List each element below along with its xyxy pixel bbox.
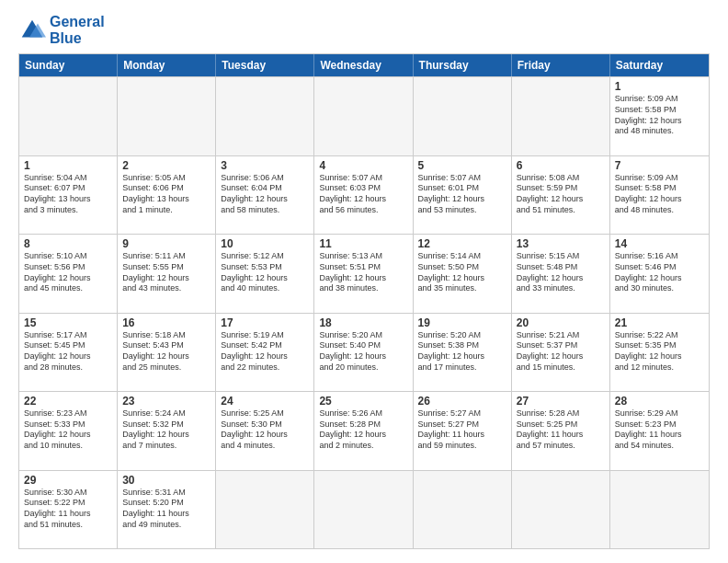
calendar-cell: 8Sunrise: 5:10 AM Sunset: 5:56 PM Daylig… (19, 235, 118, 312)
calendar-cell (512, 77, 610, 155)
logo-text: General Blue (50, 14, 105, 46)
calendar-cell: 24Sunrise: 5:25 AM Sunset: 5:30 PM Dayli… (216, 392, 314, 469)
logo-icon (18, 17, 46, 44)
day-number: 26 (418, 395, 506, 408)
calendar-cell: 6Sunrise: 5:08 AM Sunset: 5:59 PM Daylig… (512, 156, 610, 234)
day-number: 25 (319, 395, 407, 408)
day-number: 21 (615, 316, 704, 329)
calendar-row: 15Sunrise: 5:17 AM Sunset: 5:45 PM Dayli… (19, 313, 709, 391)
calendar-cell: 7Sunrise: 5:09 AM Sunset: 5:58 PM Daylig… (610, 156, 709, 234)
day-number: 14 (615, 237, 704, 250)
calendar-cell: 15Sunrise: 5:17 AM Sunset: 5:45 PM Dayli… (19, 314, 118, 391)
day-number: 30 (122, 474, 210, 487)
day-number: 29 (24, 474, 112, 487)
calendar-cell (610, 471, 709, 548)
calendar-cell (19, 77, 118, 155)
day-number: 19 (418, 316, 506, 329)
day-number: 27 (517, 395, 605, 408)
cell-info: Sunrise: 5:12 AM Sunset: 5:53 PM Dayligh… (221, 251, 309, 294)
cell-info: Sunrise: 5:27 AM Sunset: 5:27 PM Dayligh… (418, 408, 506, 452)
calendar-cell (314, 77, 413, 155)
cell-info: Sunrise: 5:15 AM Sunset: 5:48 PM Dayligh… (517, 251, 605, 294)
cell-info: Sunrise: 5:04 AM Sunset: 6:07 PM Dayligh… (24, 173, 112, 216)
calendar-cell: 1Sunrise: 5:04 AM Sunset: 6:07 PM Daylig… (19, 156, 118, 234)
cell-info: Sunrise: 5:13 AM Sunset: 5:51 PM Dayligh… (319, 251, 407, 294)
cell-info: Sunrise: 5:17 AM Sunset: 5:45 PM Dayligh… (24, 330, 112, 373)
cell-info: Sunrise: 5:08 AM Sunset: 5:59 PM Dayligh… (517, 173, 605, 216)
day-number: 24 (221, 395, 309, 408)
calendar-row: 1Sunrise: 5:04 AM Sunset: 6:07 PM Daylig… (19, 155, 709, 234)
calendar-cell (216, 77, 314, 155)
cell-info: Sunrise: 5:14 AM Sunset: 5:50 PM Dayligh… (418, 251, 506, 294)
cell-info: Sunrise: 5:22 AM Sunset: 5:35 PM Dayligh… (615, 330, 704, 373)
calendar-cell: 14Sunrise: 5:16 AM Sunset: 5:46 PM Dayli… (610, 235, 709, 312)
calendar-cell (414, 77, 512, 155)
cell-info: Sunrise: 5:11 AM Sunset: 5:55 PM Dayligh… (122, 251, 210, 294)
calendar-body: 1Sunrise: 5:09 AM Sunset: 5:58 PM Daylig… (19, 76, 709, 548)
calendar-cell (216, 471, 314, 548)
calendar-cell: 2Sunrise: 5:05 AM Sunset: 6:06 PM Daylig… (118, 156, 216, 234)
page: General Blue SundayMondayTuesdayWednesda… (0, 0, 728, 563)
calendar-cell: 20Sunrise: 5:21 AM Sunset: 5:37 PM Dayli… (512, 314, 610, 391)
weekday-header: Saturday (610, 54, 709, 76)
calendar-row: 29Sunrise: 5:30 AM Sunset: 5:22 PM Dayli… (19, 470, 709, 548)
calendar-cell: 9Sunrise: 5:11 AM Sunset: 5:55 PM Daylig… (118, 235, 216, 312)
calendar-cell: 10Sunrise: 5:12 AM Sunset: 5:53 PM Dayli… (216, 235, 314, 312)
calendar-row: 1Sunrise: 5:09 AM Sunset: 5:58 PM Daylig… (19, 76, 709, 155)
day-number: 9 (122, 237, 210, 250)
day-number: 13 (517, 237, 605, 250)
day-number: 28 (615, 395, 704, 408)
cell-info: Sunrise: 5:21 AM Sunset: 5:37 PM Dayligh… (517, 330, 605, 373)
calendar-cell: 27Sunrise: 5:28 AM Sunset: 5:25 PM Dayli… (512, 392, 610, 469)
calendar-cell: 11Sunrise: 5:13 AM Sunset: 5:51 PM Dayli… (314, 235, 413, 312)
day-number: 6 (517, 159, 605, 172)
cell-info: Sunrise: 5:05 AM Sunset: 6:06 PM Dayligh… (122, 173, 210, 216)
weekday-header: Sunday (19, 54, 118, 76)
calendar-cell (414, 471, 512, 548)
weekday-header: Monday (118, 54, 216, 76)
calendar-cell: 13Sunrise: 5:15 AM Sunset: 5:48 PM Dayli… (512, 235, 610, 312)
cell-info: Sunrise: 5:31 AM Sunset: 5:20 PM Dayligh… (122, 488, 210, 531)
cell-info: Sunrise: 5:18 AM Sunset: 5:43 PM Dayligh… (122, 330, 210, 373)
day-number: 11 (319, 237, 407, 250)
cell-info: Sunrise: 5:28 AM Sunset: 5:25 PM Dayligh… (517, 408, 605, 452)
cell-info: Sunrise: 5:20 AM Sunset: 5:40 PM Dayligh… (319, 330, 407, 373)
day-number: 3 (221, 159, 309, 172)
calendar-cell: 25Sunrise: 5:26 AM Sunset: 5:28 PM Dayli… (314, 392, 413, 469)
cell-info: Sunrise: 5:20 AM Sunset: 5:38 PM Dayligh… (418, 330, 506, 373)
calendar-cell: 22Sunrise: 5:23 AM Sunset: 5:33 PM Dayli… (19, 392, 118, 469)
day-number: 23 (122, 395, 210, 408)
cell-info: Sunrise: 5:26 AM Sunset: 5:28 PM Dayligh… (319, 408, 407, 452)
weekday-header: Thursday (414, 54, 512, 76)
calendar-cell: 29Sunrise: 5:30 AM Sunset: 5:22 PM Dayli… (19, 471, 118, 548)
logo: General Blue (18, 14, 105, 46)
calendar-cell: 21Sunrise: 5:22 AM Sunset: 5:35 PM Dayli… (610, 314, 709, 391)
calendar-cell: 23Sunrise: 5:24 AM Sunset: 5:32 PM Dayli… (118, 392, 216, 469)
calendar-header: SundayMondayTuesdayWednesdayThursdayFrid… (19, 54, 709, 76)
calendar-cell: 3Sunrise: 5:06 AM Sunset: 6:04 PM Daylig… (216, 156, 314, 234)
calendar-cell (118, 77, 216, 155)
day-number: 2 (122, 159, 210, 172)
calendar-cell: 5Sunrise: 5:07 AM Sunset: 6:01 PM Daylig… (414, 156, 512, 234)
cell-info: Sunrise: 5:30 AM Sunset: 5:22 PM Dayligh… (24, 488, 112, 531)
day-number: 1 (615, 80, 704, 93)
calendar-cell (512, 471, 610, 548)
cell-info: Sunrise: 5:06 AM Sunset: 6:04 PM Dayligh… (221, 173, 309, 216)
day-number: 15 (24, 316, 112, 329)
cell-info: Sunrise: 5:25 AM Sunset: 5:30 PM Dayligh… (221, 408, 309, 452)
calendar-row: 22Sunrise: 5:23 AM Sunset: 5:33 PM Dayli… (19, 391, 709, 469)
header: General Blue (18, 14, 710, 46)
day-number: 20 (517, 316, 605, 329)
day-number: 12 (418, 237, 506, 250)
calendar-cell: 17Sunrise: 5:19 AM Sunset: 5:42 PM Dayli… (216, 314, 314, 391)
day-number: 16 (122, 316, 210, 329)
cell-info: Sunrise: 5:19 AM Sunset: 5:42 PM Dayligh… (221, 330, 309, 373)
calendar-cell: 28Sunrise: 5:29 AM Sunset: 5:23 PM Dayli… (610, 392, 709, 469)
weekday-header: Tuesday (216, 54, 314, 76)
calendar-row: 8Sunrise: 5:10 AM Sunset: 5:56 PM Daylig… (19, 234, 709, 312)
cell-info: Sunrise: 5:07 AM Sunset: 6:03 PM Dayligh… (319, 173, 407, 216)
calendar-cell: 4Sunrise: 5:07 AM Sunset: 6:03 PM Daylig… (314, 156, 413, 234)
calendar-cell: 18Sunrise: 5:20 AM Sunset: 5:40 PM Dayli… (314, 314, 413, 391)
day-number: 5 (418, 159, 506, 172)
cell-info: Sunrise: 5:09 AM Sunset: 5:58 PM Dayligh… (615, 173, 704, 216)
